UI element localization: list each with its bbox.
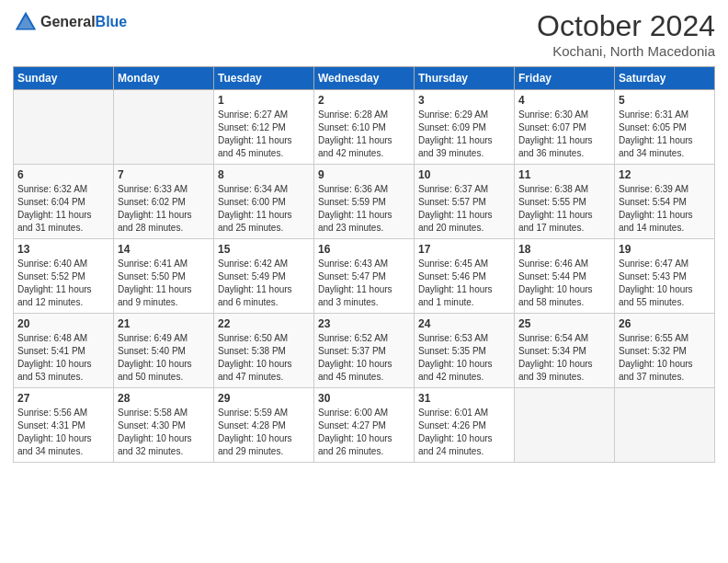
day-number: 26 <box>619 317 711 330</box>
calendar-cell: 11Sunrise: 6:38 AMSunset: 5:55 PMDayligh… <box>515 165 615 239</box>
day-header-tuesday: Tuesday <box>214 67 314 90</box>
day-number: 4 <box>518 94 610 107</box>
calendar-cell: 17Sunrise: 6:45 AMSunset: 5:46 PMDayligh… <box>415 239 515 314</box>
day-info: Sunrise: 6:48 AMSunset: 5:41 PMDaylight:… <box>17 332 109 384</box>
calendar-cell: 27Sunrise: 5:56 AMSunset: 4:31 PMDayligh… <box>14 388 114 463</box>
day-info: Sunrise: 6:52 AMSunset: 5:37 PMDaylight:… <box>318 332 410 384</box>
day-info: Sunrise: 6:49 AMSunset: 5:40 PMDaylight:… <box>118 332 210 384</box>
day-number: 22 <box>218 317 310 330</box>
calendar-cell: 26Sunrise: 6:55 AMSunset: 5:32 PMDayligh… <box>615 314 715 388</box>
day-number: 9 <box>318 168 410 181</box>
logo-icon <box>13 9 39 35</box>
day-number: 31 <box>418 392 510 405</box>
day-number: 23 <box>318 317 410 330</box>
day-info: Sunrise: 6:46 AMSunset: 5:44 PMDaylight:… <box>518 258 610 309</box>
day-number: 18 <box>518 243 610 256</box>
day-number: 3 <box>418 94 510 107</box>
title-block: October 2024 Kochani, North Macedonia <box>537 9 715 59</box>
calendar-cell: 4Sunrise: 6:30 AMSunset: 6:07 PMDaylight… <box>515 90 615 165</box>
calendar-cell: 6Sunrise: 6:32 AMSunset: 6:04 PMDaylight… <box>14 165 114 239</box>
calendar-cell: 8Sunrise: 6:34 AMSunset: 6:00 PMDaylight… <box>214 165 314 239</box>
day-info: Sunrise: 6:30 AMSunset: 6:07 PMDaylight:… <box>518 109 610 160</box>
calendar-cell: 14Sunrise: 6:41 AMSunset: 5:50 PMDayligh… <box>114 239 214 314</box>
day-info: Sunrise: 6:53 AMSunset: 5:35 PMDaylight:… <box>418 332 510 384</box>
calendar-header-row: SundayMondayTuesdayWednesdayThursdayFrid… <box>14 67 715 90</box>
day-number: 2 <box>318 94 410 107</box>
day-info: Sunrise: 6:41 AMSunset: 5:50 PMDaylight:… <box>118 258 210 309</box>
calendar-cell <box>615 388 715 463</box>
day-header-saturday: Saturday <box>615 67 715 90</box>
calendar-week-row: 13Sunrise: 6:40 AMSunset: 5:52 PMDayligh… <box>14 239 715 314</box>
day-info: Sunrise: 5:58 AMSunset: 4:30 PMDaylight:… <box>118 407 210 458</box>
calendar-week-row: 20Sunrise: 6:48 AMSunset: 5:41 PMDayligh… <box>14 314 715 388</box>
calendar-cell: 29Sunrise: 5:59 AMSunset: 4:28 PMDayligh… <box>214 388 314 463</box>
day-info: Sunrise: 6:45 AMSunset: 5:46 PMDaylight:… <box>418 258 510 309</box>
calendar-cell: 31Sunrise: 6:01 AMSunset: 4:26 PMDayligh… <box>415 388 515 463</box>
day-info: Sunrise: 6:50 AMSunset: 5:38 PMDaylight:… <box>218 332 310 384</box>
day-info: Sunrise: 6:40 AMSunset: 5:52 PMDaylight:… <box>17 258 109 309</box>
calendar-cell: 22Sunrise: 6:50 AMSunset: 5:38 PMDayligh… <box>214 314 314 388</box>
day-number: 12 <box>619 168 711 181</box>
day-number: 5 <box>619 94 711 107</box>
calendar-cell: 7Sunrise: 6:33 AMSunset: 6:02 PMDaylight… <box>114 165 214 239</box>
day-number: 27 <box>17 392 109 405</box>
day-header-friday: Friday <box>515 67 615 90</box>
day-info: Sunrise: 6:42 AMSunset: 5:49 PMDaylight:… <box>218 258 310 309</box>
location: Kochani, North Macedonia <box>537 43 715 59</box>
day-number: 10 <box>418 168 510 181</box>
page-container: GeneralBlue October 2024 Kochani, North … <box>0 0 728 472</box>
page-header: GeneralBlue October 2024 Kochani, North … <box>13 9 715 59</box>
day-number: 13 <box>17 243 109 256</box>
calendar-cell: 1Sunrise: 6:27 AMSunset: 6:12 PMDaylight… <box>214 90 314 165</box>
day-header-thursday: Thursday <box>415 67 515 90</box>
day-number: 16 <box>318 243 410 256</box>
day-info: Sunrise: 6:01 AMSunset: 4:26 PMDaylight:… <box>418 407 510 458</box>
day-number: 14 <box>118 243 210 256</box>
day-info: Sunrise: 5:56 AMSunset: 4:31 PMDaylight:… <box>17 407 109 458</box>
day-info: Sunrise: 6:31 AMSunset: 6:05 PMDaylight:… <box>619 109 711 160</box>
day-number: 21 <box>118 317 210 330</box>
calendar-cell: 19Sunrise: 6:47 AMSunset: 5:43 PMDayligh… <box>615 239 715 314</box>
calendar-week-row: 6Sunrise: 6:32 AMSunset: 6:04 PMDaylight… <box>14 165 715 239</box>
day-info: Sunrise: 6:37 AMSunset: 5:57 PMDaylight:… <box>418 183 510 235</box>
calendar-cell: 15Sunrise: 6:42 AMSunset: 5:49 PMDayligh… <box>214 239 314 314</box>
calendar-week-row: 27Sunrise: 5:56 AMSunset: 4:31 PMDayligh… <box>14 388 715 463</box>
day-number: 19 <box>619 243 711 256</box>
calendar-cell: 30Sunrise: 6:00 AMSunset: 4:27 PMDayligh… <box>314 388 415 463</box>
day-number: 11 <box>518 168 610 181</box>
day-info: Sunrise: 6:29 AMSunset: 6:09 PMDaylight:… <box>418 109 510 160</box>
day-number: 7 <box>118 168 210 181</box>
day-header-wednesday: Wednesday <box>314 67 415 90</box>
calendar-cell: 3Sunrise: 6:29 AMSunset: 6:09 PMDaylight… <box>415 90 515 165</box>
calendar-cell: 25Sunrise: 6:54 AMSunset: 5:34 PMDayligh… <box>515 314 615 388</box>
calendar-cell: 20Sunrise: 6:48 AMSunset: 5:41 PMDayligh… <box>14 314 114 388</box>
day-number: 15 <box>218 243 310 256</box>
calendar-cell <box>515 388 615 463</box>
calendar-week-row: 1Sunrise: 6:27 AMSunset: 6:12 PMDaylight… <box>14 90 715 165</box>
logo-general: General <box>40 14 96 29</box>
day-number: 8 <box>218 168 310 181</box>
day-info: Sunrise: 6:36 AMSunset: 5:59 PMDaylight:… <box>318 183 410 235</box>
month-year: October 2024 <box>537 9 715 43</box>
logo: GeneralBlue <box>13 9 127 35</box>
calendar-cell: 21Sunrise: 6:49 AMSunset: 5:40 PMDayligh… <box>114 314 214 388</box>
calendar-cell: 12Sunrise: 6:39 AMSunset: 5:54 PMDayligh… <box>615 165 715 239</box>
logo-blue: Blue <box>96 14 128 29</box>
day-info: Sunrise: 6:32 AMSunset: 6:04 PMDaylight:… <box>17 183 109 235</box>
day-number: 29 <box>218 392 310 405</box>
day-number: 6 <box>17 168 109 181</box>
calendar-cell: 28Sunrise: 5:58 AMSunset: 4:30 PMDayligh… <box>114 388 214 463</box>
day-info: Sunrise: 6:55 AMSunset: 5:32 PMDaylight:… <box>619 332 711 384</box>
day-header-sunday: Sunday <box>14 67 114 90</box>
day-info: Sunrise: 6:39 AMSunset: 5:54 PMDaylight:… <box>619 183 711 235</box>
calendar-cell: 18Sunrise: 6:46 AMSunset: 5:44 PMDayligh… <box>515 239 615 314</box>
day-info: Sunrise: 6:33 AMSunset: 6:02 PMDaylight:… <box>118 183 210 235</box>
calendar-cell: 24Sunrise: 6:53 AMSunset: 5:35 PMDayligh… <box>415 314 515 388</box>
logo-text: GeneralBlue <box>40 14 127 30</box>
day-info: Sunrise: 6:43 AMSunset: 5:47 PMDaylight:… <box>318 258 410 309</box>
day-header-monday: Monday <box>114 67 214 90</box>
day-info: Sunrise: 6:34 AMSunset: 6:00 PMDaylight:… <box>218 183 310 235</box>
day-number: 17 <box>418 243 510 256</box>
calendar-cell: 16Sunrise: 6:43 AMSunset: 5:47 PMDayligh… <box>314 239 415 314</box>
calendar-cell: 23Sunrise: 6:52 AMSunset: 5:37 PMDayligh… <box>314 314 415 388</box>
